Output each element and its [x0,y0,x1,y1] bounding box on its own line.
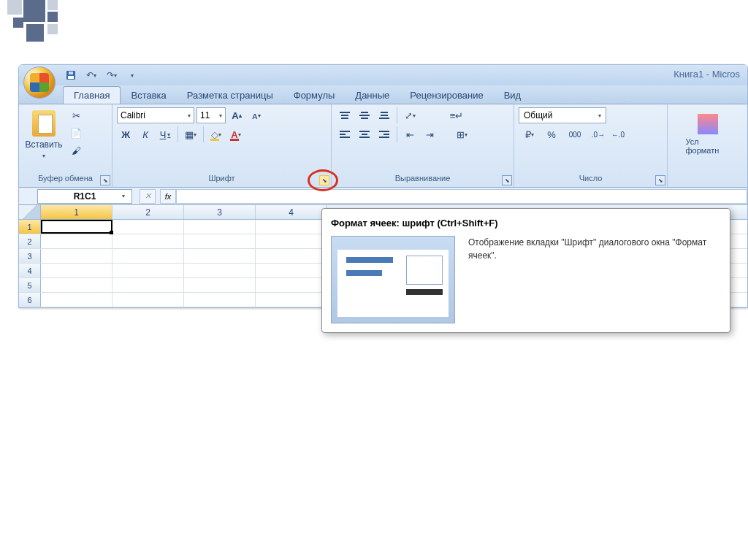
decrease-indent-button[interactable]: ⇤ [401,126,419,142]
row-header-5[interactable]: 5 [19,278,41,292]
font-name-select[interactable]: Calibri▾ [117,107,194,123]
row-header-3[interactable]: 3 [19,249,41,263]
cell[interactable] [256,293,327,307]
tab-view[interactable]: Вид [494,87,532,104]
borders-button[interactable]: ▦▾ [182,126,199,142]
cell[interactable] [256,249,327,263]
cell[interactable] [41,264,112,277]
tab-home[interactable]: Главная [63,86,121,104]
copy-button[interactable]: 📄 [67,125,85,141]
cell[interactable] [184,293,256,307]
cell[interactable] [184,278,256,292]
tab-insert[interactable]: Вставка [121,87,176,104]
tab-data[interactable]: Данные [345,87,400,104]
decrease-decimal-button[interactable]: ←.0 [609,126,627,142]
select-all-corner[interactable] [19,205,41,219]
increase-font-button[interactable]: A▴ [228,107,245,123]
group-number: Общий▾ ₽▾ % 000 .0→ ←.0 Число ⬊ [514,104,668,187]
group-font: Calibri▾ 11▾ A▴ ᴀ▾ Ж К Ч▾ ▦▾ [112,104,332,187]
font-size-value: 11 [200,110,210,120]
formula-bar-row: R1C1 ▾ ✕ fx [19,188,747,205]
currency-button[interactable]: ₽▾ [519,126,541,142]
align-top-button[interactable] [336,107,354,123]
col-header-3[interactable]: 3 [184,205,256,219]
name-box[interactable]: R1C1 [37,189,132,204]
number-launcher[interactable]: ⬊ [655,175,665,185]
percent-button[interactable]: % [543,126,560,142]
format-painter-button[interactable]: 🖌 [67,142,85,158]
clipboard-launcher[interactable]: ⬊ [100,175,110,185]
cell[interactable] [41,234,112,248]
bold-button[interactable]: Ж [117,126,134,142]
tab-formulas[interactable]: Формулы [283,87,346,104]
cell[interactable] [184,234,256,248]
svg-rect-1 [68,76,74,79]
col-header-4[interactable]: 4 [256,205,327,219]
paste-icon [32,110,56,137]
cell[interactable] [112,264,184,277]
cell[interactable] [112,278,184,292]
increase-decimal-button[interactable]: .0→ [589,126,607,142]
col-header-1[interactable]: 1 [41,205,112,219]
cancel-entry-button[interactable]: ✕ [140,189,156,204]
align-middle-button[interactable] [356,107,373,123]
cell[interactable] [256,264,327,277]
cell[interactable] [112,234,184,248]
row-header-6[interactable]: 6 [19,293,41,307]
save-button[interactable] [63,67,79,83]
cell[interactable] [41,293,112,307]
wrap-text-button[interactable]: ≡↵ [445,107,468,123]
redo-button[interactable]: ↷▾ [104,67,120,83]
cut-button[interactable]: ✂ [67,107,85,123]
fill-color-button[interactable]: ◇▾ [207,126,225,142]
align-left-button[interactable] [336,126,354,142]
screentip-title: Формат ячеек: шрифт (Ctrl+Shift+F) [331,218,721,229]
fx-button[interactable]: fx [160,189,176,204]
number-group-label: Число [519,172,663,184]
col-header-2[interactable]: 2 [112,205,184,219]
number-format-value: Общий [524,110,553,120]
decrease-font-button[interactable]: ᴀ▾ [248,107,265,123]
orientation-button[interactable]: ⤢▾ [401,107,419,123]
window-title: Книга1 - Micros [673,69,740,80]
cell[interactable] [41,278,112,292]
title-bar: ↶▾ ↷▾ ▾ Книга1 - Micros [19,65,747,85]
clipboard-group-label: Буфер обмена [23,172,107,184]
align-bottom-button[interactable] [375,107,393,123]
cell[interactable] [184,264,256,277]
font-launcher[interactable]: ⬊ [319,175,329,185]
number-format-select[interactable]: Общий▾ [519,107,606,123]
cell[interactable] [184,220,256,234]
cell[interactable] [112,293,184,307]
cell[interactable] [256,220,327,234]
increase-indent-button[interactable]: ⇥ [421,126,438,142]
comma-style-button[interactable]: 000 [562,126,587,142]
row-header-1[interactable]: 1 [19,220,41,234]
conditional-formatting-button[interactable]: Усл форматн [682,107,733,161]
cell[interactable] [256,234,327,248]
italic-button[interactable]: К [137,126,154,142]
cell[interactable] [184,249,256,263]
cell[interactable] [112,249,184,263]
align-center-button[interactable] [356,126,373,142]
undo-button[interactable]: ↶▾ [83,67,99,83]
row-header-4[interactable]: 4 [19,264,41,277]
font-size-select[interactable]: 11▾ [196,107,226,123]
tab-review[interactable]: Рецензирование [400,87,493,104]
cell[interactable] [256,278,327,292]
tab-page-layout[interactable]: Разметка страницы [177,87,283,104]
cell[interactable] [41,249,112,263]
font-color-button[interactable]: A▾ [227,126,245,142]
office-button[interactable] [23,66,56,99]
qat-customize[interactable]: ▾ [124,67,140,83]
paste-button[interactable]: Вставить ▾ [23,107,64,161]
alignment-launcher[interactable]: ⬊ [502,175,512,185]
cell-r1c1[interactable] [41,220,112,234]
align-right-button[interactable] [375,126,393,142]
merge-center-button[interactable]: ⊞▾ [450,126,473,142]
formula-bar[interactable] [176,189,747,204]
underline-button[interactable]: Ч▾ [156,126,174,142]
quick-access-toolbar: ↶▾ ↷▾ ▾ [63,67,140,83]
cell[interactable] [112,220,184,234]
row-header-2[interactable]: 2 [19,234,41,248]
